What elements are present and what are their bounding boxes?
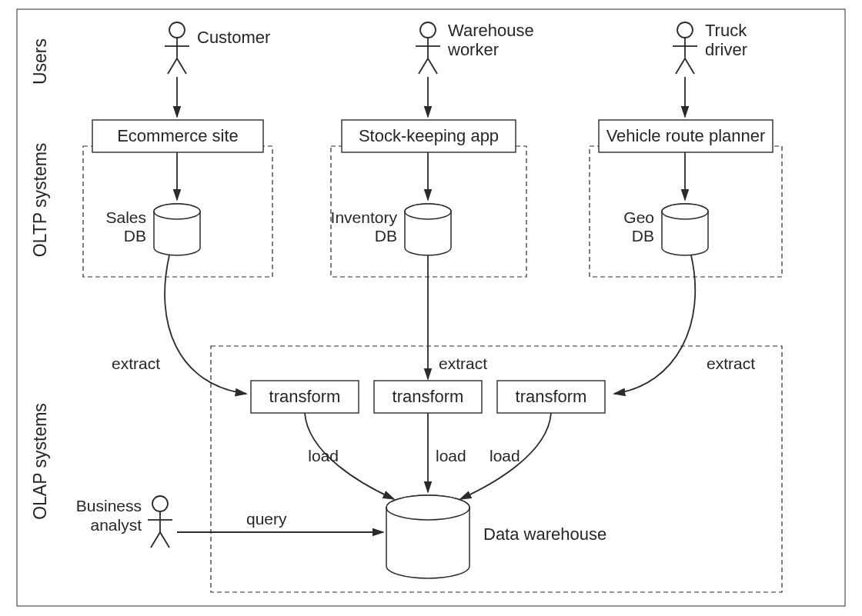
db-data-warehouse — [386, 495, 469, 578]
db-inventory-label-l1: Inventory — [331, 208, 398, 226]
label-load-2: load — [436, 447, 466, 464]
db-geo-label-l1: Geo — [623, 208, 654, 226]
svg-line-8 — [428, 58, 437, 74]
db-sales-label-l2: DB — [124, 227, 146, 245]
db-sales-label-l1: Sales — [105, 208, 146, 226]
svg-point-0 — [169, 22, 185, 38]
svg-line-2 — [168, 58, 177, 74]
svg-line-12 — [676, 58, 685, 74]
svg-point-23 — [152, 496, 168, 511]
svg-point-5 — [420, 22, 436, 38]
label-load-3: load — [489, 447, 520, 464]
actor-business-label-l1: Business — [76, 497, 142, 514]
db-inventory-label-l2: DB — [375, 227, 397, 245]
actor-warehouse-label-l2: worker — [447, 40, 499, 59]
svg-point-10 — [677, 22, 693, 38]
etl-diagram: Users OLTP systems OLAP systems Customer… — [0, 0, 862, 616]
actor-truck-label-l2: driver — [705, 40, 747, 59]
arrow-extract-1 — [165, 255, 246, 394]
actor-truck-label-l1: Truck — [705, 21, 747, 40]
db-inventory — [405, 204, 451, 255]
app-ecommerce-label: Ecommerce site — [117, 126, 239, 145]
row-label-oltp: OLTP systems — [30, 143, 50, 258]
db-sales — [154, 204, 200, 255]
svg-point-20 — [662, 204, 708, 219]
row-label-users: Users — [30, 38, 50, 85]
svg-line-13 — [685, 58, 694, 74]
transform-label-2: transform — [393, 387, 464, 406]
app-stock-label: Stock-keeping app — [359, 126, 499, 145]
label-query: query — [246, 510, 287, 528]
svg-point-16 — [154, 204, 200, 219]
row-label-olap: OLAP systems — [30, 403, 50, 520]
db-dw-label: Data warehouse — [483, 524, 606, 544]
actor-truck-driver — [673, 22, 697, 74]
label-extract-2: extract — [439, 355, 487, 372]
actor-business-label-l2: analyst — [90, 516, 142, 534]
actor-warehouse-worker — [416, 22, 440, 74]
label-extract-1: extract — [112, 355, 160, 372]
actor-warehouse-label-l1: Warehouse — [448, 21, 534, 40]
svg-point-18 — [405, 204, 451, 219]
label-extract-3: extract — [707, 355, 755, 372]
db-geo — [662, 204, 708, 255]
actor-customer — [165, 22, 189, 74]
db-geo-label-l2: DB — [632, 227, 654, 245]
svg-line-26 — [160, 532, 169, 548]
label-load-1: load — [308, 447, 339, 464]
svg-line-7 — [419, 58, 428, 74]
svg-point-22 — [386, 495, 469, 520]
app-route-label: Vehicle route planner — [606, 126, 766, 145]
transform-label-3: transform — [516, 387, 587, 406]
actor-customer-label: Customer — [197, 28, 270, 47]
transform-label-1: transform — [269, 387, 341, 406]
actor-business-analyst — [148, 496, 172, 548]
arrow-extract-3 — [614, 255, 695, 394]
svg-line-25 — [151, 532, 160, 548]
svg-line-3 — [177, 58, 186, 74]
